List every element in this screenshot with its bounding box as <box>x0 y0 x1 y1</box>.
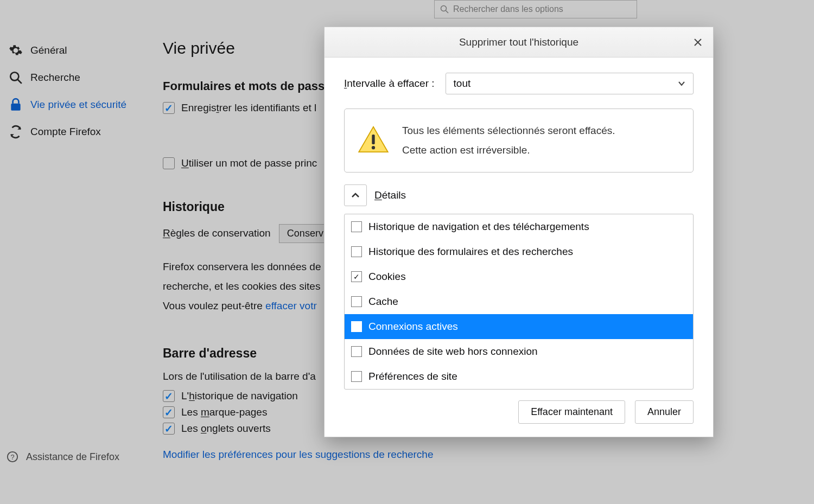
checkbox-icon <box>351 246 362 257</box>
clear-option-item[interactable]: Données de site web hors connexion <box>345 339 693 364</box>
chevron-down-icon <box>678 80 685 87</box>
clear-option-label: Connexions actives <box>368 321 458 333</box>
clear-option-label: Historique des formulaires et des recher… <box>368 246 573 258</box>
checkbox-icon <box>351 346 362 357</box>
clear-option-item[interactable]: ✓Cookies <box>345 264 693 289</box>
checkbox-icon <box>351 296 362 307</box>
dialog-title: Supprimer tout l'historique <box>325 36 713 48</box>
dialog-button-row: Effacer maintenant Annuler <box>344 400 694 424</box>
svg-rect-9 <box>372 135 374 144</box>
clear-option-label: Historique de navigation et des téléchar… <box>368 221 589 233</box>
clear-option-label: Cookies <box>368 271 406 283</box>
details-row: Détails <box>344 184 694 206</box>
clear-option-item[interactable]: Préférences de site <box>345 364 693 389</box>
checkbox-icon <box>351 221 362 232</box>
clear-options-list: Historique de navigation et des téléchar… <box>344 214 694 390</box>
details-toggle[interactable] <box>344 184 367 206</box>
clear-option-label: Préférences de site <box>368 371 457 382</box>
dialog-titlebar: Supprimer tout l'historique <box>325 27 713 58</box>
cancel-button[interactable]: Annuler <box>635 400 694 424</box>
warning-box: Tous les éléments sélectionnés seront ef… <box>344 109 694 173</box>
close-button[interactable] <box>690 35 705 50</box>
clear-now-button[interactable]: Effacer maintenant <box>518 400 625 424</box>
warning-text: Tous les éléments sélectionnés seront ef… <box>402 121 615 160</box>
warning-icon <box>358 126 389 155</box>
clear-option-label: Données de site web hors connexion <box>368 346 538 358</box>
details-label: Détails <box>374 189 406 201</box>
clear-option-item[interactable]: Historique des formulaires et des recher… <box>345 239 693 264</box>
interval-row: Intervalle à effacer : tout <box>344 73 694 94</box>
interval-label: Intervalle à effacer : <box>344 78 435 90</box>
dialog-body: Intervalle à effacer : tout Tous les élé… <box>325 58 713 437</box>
clear-option-label: Cache <box>368 296 398 308</box>
checkbox-icon <box>351 321 362 332</box>
clear-option-item[interactable]: Connexions actives <box>345 314 693 339</box>
clear-option-item[interactable]: Cache <box>345 289 693 314</box>
checkbox-icon-checked: ✓ <box>351 271 362 282</box>
interval-select[interactable]: tout <box>446 73 694 94</box>
interval-select-value: tout <box>454 78 471 90</box>
chevron-up-icon <box>351 191 360 200</box>
svg-point-10 <box>372 146 375 149</box>
checkbox-icon <box>351 371 362 382</box>
clear-history-dialog: Supprimer tout l'historique Intervalle à… <box>324 27 714 437</box>
close-icon <box>694 39 702 46</box>
clear-option-item[interactable]: Historique de navigation et des téléchar… <box>345 214 693 239</box>
